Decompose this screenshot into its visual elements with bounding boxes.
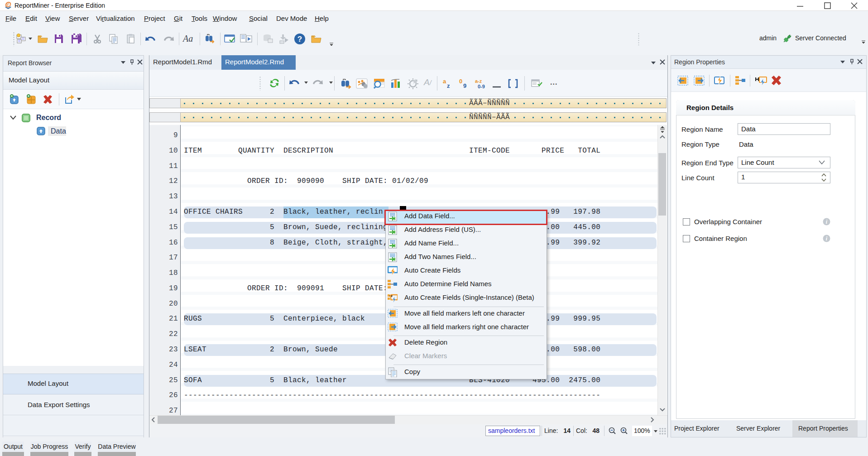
- svg-text:a-z: a-z: [475, 78, 482, 84]
- svg-text:?: ?: [297, 35, 302, 43]
- svg-text:a: a: [443, 78, 446, 85]
- svg-text:0-9: 0-9: [478, 84, 485, 89]
- svg-text:0: 0: [459, 78, 462, 85]
- svg-text:z: z: [447, 82, 450, 89]
- svg-text:9: 9: [463, 82, 466, 89]
